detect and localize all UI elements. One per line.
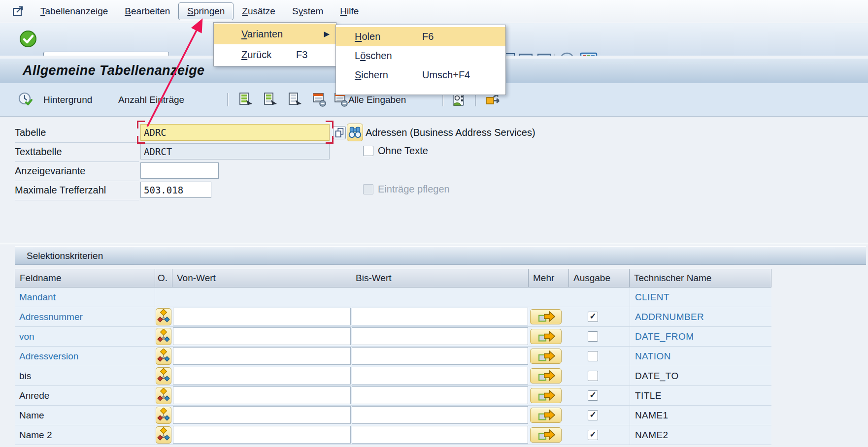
- varianten-submenu: Holen F6 Löschen Sichern Umsch+F4: [335, 25, 506, 95]
- selection-option-button[interactable]: [156, 308, 171, 325]
- bis-wert-input[interactable]: [352, 386, 528, 404]
- output-checkbox[interactable]: ✓: [588, 430, 598, 440]
- table-row: Name 2: [15, 425, 771, 445]
- von-wert-input[interactable]: [173, 426, 351, 444]
- no-texts-checkbox[interactable]: [363, 146, 373, 156]
- output-checkbox[interactable]: [588, 331, 598, 342]
- selection-option-button[interactable]: [156, 426, 171, 444]
- output-checkbox[interactable]: ✓: [588, 410, 598, 420]
- von-wert-input[interactable]: [173, 327, 351, 345]
- menu-tabellenanzeige[interactable]: Tabellenanzeige: [32, 3, 116, 20]
- col-option: O.: [155, 269, 172, 287]
- bis-wert-input[interactable]: [352, 327, 528, 345]
- enter-button[interactable]: [19, 30, 37, 48]
- technical-name-cell: DATE_TO: [630, 366, 771, 385]
- von-wert-input[interactable]: [173, 308, 351, 325]
- multiple-selection-button[interactable]: [530, 349, 562, 364]
- mehr-cell: [529, 406, 569, 425]
- max-hits-input[interactable]: [140, 182, 211, 198]
- copy-icon: [334, 127, 345, 139]
- maintain-entries-row: Einträge pflegen: [363, 184, 450, 195]
- choose-selection-fields-partial-button[interactable]: [263, 92, 278, 107]
- menu-springen[interactable]: Springen: [178, 2, 234, 20]
- technical-name: CLIENT: [635, 292, 669, 302]
- multiple-selection-button[interactable]: [530, 329, 562, 344]
- menu-zusaetze[interactable]: Zusätze: [234, 3, 284, 20]
- bis-wert-input[interactable]: [352, 347, 528, 365]
- von-wert-cell: [172, 287, 351, 307]
- number-of-entries-button[interactable]: Anzahl Einträge: [118, 83, 184, 116]
- mehr-cell: [529, 347, 569, 366]
- von-wert-input[interactable]: [173, 367, 351, 384]
- output-checkbox[interactable]: ✓: [588, 312, 598, 322]
- selection-table-rows: Mandant CLIENT Adressnummer: [15, 287, 771, 445]
- submenu-item-loeschen[interactable]: Löschen: [336, 46, 505, 65]
- field-label: Mandant: [19, 292, 56, 302]
- selection-option-button[interactable]: [156, 367, 171, 384]
- option-cell: [155, 347, 172, 366]
- menu-system[interactable]: System: [284, 3, 332, 20]
- mehr-cell: [529, 366, 569, 385]
- background-button[interactable]: Hintergrund: [43, 83, 92, 116]
- menu-item-label: Löschen: [355, 50, 392, 61]
- ausgabe-cell: [569, 287, 630, 307]
- selection-option-icon: [157, 408, 170, 422]
- menu-bearbeiten[interactable]: Bearbeiten: [116, 3, 178, 20]
- find-table-button[interactable]: [347, 124, 363, 141]
- submenu-item-holen[interactable]: Holen F6: [336, 27, 505, 46]
- text-table-input[interactable]: [140, 143, 330, 160]
- field-label: Anrede: [19, 390, 49, 401]
- delete-lines-icon: [312, 92, 328, 107]
- maintain-entries-checkbox: [363, 184, 373, 194]
- selection-option-button[interactable]: [156, 328, 171, 345]
- table-label: Tabelle: [15, 123, 139, 143]
- multiple-selection-button[interactable]: [530, 309, 562, 324]
- von-wert-input[interactable]: [173, 406, 351, 424]
- system-menu-icon[interactable]: [12, 5, 25, 18]
- field-label: Name 2: [19, 430, 52, 440]
- selection-option-button[interactable]: [156, 348, 171, 365]
- technical-name-cell: TITLE: [630, 386, 771, 405]
- field-label: Name: [19, 410, 44, 420]
- bis-wert-cell: [351, 287, 529, 307]
- execute-in-background-button[interactable]: [18, 92, 33, 107]
- col-feldname: Feldname: [15, 269, 155, 287]
- delete-selection-button[interactable]: [312, 92, 328, 107]
- multiple-selection-button[interactable]: [530, 388, 562, 403]
- von-wert-input[interactable]: [173, 347, 351, 365]
- choose-selection-fields-button[interactable]: [238, 92, 254, 107]
- multiple-selection-button[interactable]: [530, 408, 562, 423]
- ausgabe-cell: ✓: [569, 307, 630, 326]
- multiple-selection-icon: [531, 349, 561, 364]
- von-wert-cell: [172, 366, 351, 385]
- field-label: Adressversion: [19, 351, 78, 361]
- display-variant-input[interactable]: [140, 162, 219, 179]
- menu-item-label: Holen: [355, 31, 380, 42]
- option-cell: [155, 287, 172, 307]
- output-checkbox[interactable]: [588, 351, 598, 361]
- output-checkbox[interactable]: ✓: [588, 390, 598, 401]
- selection-option-button[interactable]: [156, 407, 171, 424]
- output-checkbox[interactable]: [588, 371, 598, 381]
- multiple-selection-button[interactable]: [530, 368, 562, 383]
- bis-wert-input[interactable]: [352, 367, 528, 384]
- bis-wert-input[interactable]: [352, 308, 528, 325]
- multiple-selection-button[interactable]: [530, 427, 562, 443]
- field-label: von: [19, 331, 34, 342]
- choose-selection-fields-none-button[interactable]: [287, 92, 303, 107]
- bis-wert-cell: [351, 406, 529, 425]
- bis-wert-input[interactable]: [352, 406, 528, 424]
- table-input[interactable]: [140, 124, 330, 141]
- menu-hilfe[interactable]: Hilfe: [332, 3, 367, 20]
- maintain-entries-label: Einträge pflegen: [378, 184, 450, 195]
- von-wert-input[interactable]: [173, 386, 351, 404]
- menu-shortcut: F3: [296, 44, 307, 65]
- display-variant-label: Anzeigevariante: [15, 161, 139, 181]
- selection-option-button[interactable]: [156, 387, 171, 404]
- menu-item-varianten[interactable]: Varianten ▶: [214, 24, 336, 44]
- bis-wert-input[interactable]: [352, 426, 528, 444]
- multiple-selection-icon: [531, 310, 561, 324]
- menu-item-zurueck[interactable]: Zurück F3: [214, 44, 336, 65]
- copy-field-button[interactable]: [333, 126, 346, 139]
- submenu-item-sichern[interactable]: Sichern Umsch+F4: [336, 65, 505, 85]
